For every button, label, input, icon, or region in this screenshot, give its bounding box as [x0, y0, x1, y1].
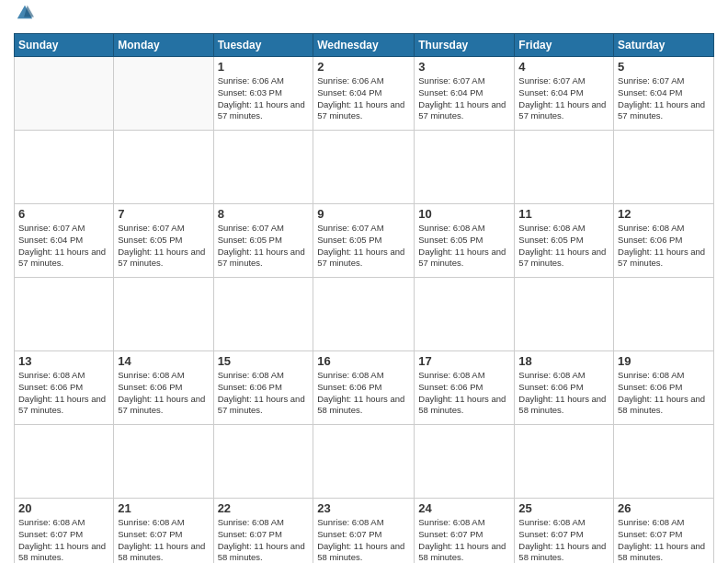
calendar-day-cell: 4Sunrise: 6:07 AMSunset: 6:04 PMDaylight…: [515, 57, 614, 131]
day-number: 25: [518, 501, 609, 515]
calendar-week-row: 1Sunrise: 6:06 AMSunset: 6:03 PMDaylight…: [15, 57, 714, 131]
day-number: 19: [618, 354, 710, 368]
day-number: 20: [18, 501, 109, 515]
logo-icon: [16, 4, 34, 22]
day-number: 14: [118, 354, 209, 368]
day-number: 7: [118, 207, 209, 221]
day-number: 4: [518, 60, 609, 74]
day-number: 6: [18, 207, 109, 221]
calendar-week-row: 13Sunrise: 6:08 AMSunset: 6:06 PMDayligh…: [15, 351, 714, 425]
day-info: Sunrise: 6:08 AMSunset: 6:06 PMDaylight:…: [418, 370, 510, 417]
calendar-day-cell: 23Sunrise: 6:08 AMSunset: 6:07 PMDayligh…: [313, 499, 415, 564]
day-number: 18: [518, 354, 609, 368]
day-info: Sunrise: 6:06 AMSunset: 6:04 PMDaylight:…: [317, 75, 410, 122]
day-info: Sunrise: 6:08 AMSunset: 6:07 PMDaylight:…: [518, 517, 609, 563]
day-number: 11: [518, 207, 609, 221]
day-info: Sunrise: 6:08 AMSunset: 6:06 PMDaylight:…: [18, 370, 109, 417]
header: [14, 9, 714, 26]
calendar-day-cell: 15Sunrise: 6:08 AMSunset: 6:06 PMDayligh…: [213, 351, 313, 425]
week-separator: [15, 425, 714, 499]
day-info: Sunrise: 6:07 AMSunset: 6:05 PMDaylight:…: [317, 223, 410, 270]
day-number: 12: [618, 207, 710, 221]
day-number: 8: [218, 207, 310, 221]
calendar-day-cell: 24Sunrise: 6:08 AMSunset: 6:07 PMDayligh…: [415, 499, 515, 564]
day-info: Sunrise: 6:07 AMSunset: 6:04 PMDaylight:…: [18, 223, 109, 270]
day-number: 24: [418, 501, 510, 515]
calendar-day-cell: 16Sunrise: 6:08 AMSunset: 6:06 PMDayligh…: [313, 351, 415, 425]
day-number: 3: [418, 60, 510, 74]
day-number: 16: [317, 354, 410, 368]
calendar-day-cell: 26Sunrise: 6:08 AMSunset: 6:07 PMDayligh…: [614, 499, 714, 564]
day-number: 22: [218, 501, 310, 515]
calendar-day-cell: 6Sunrise: 6:07 AMSunset: 6:04 PMDaylight…: [15, 204, 114, 278]
week-separator: [15, 131, 714, 204]
day-info: Sunrise: 6:08 AMSunset: 6:06 PMDaylight:…: [317, 370, 410, 417]
weekday-header: Thursday: [415, 34, 515, 57]
calendar-day-cell: 25Sunrise: 6:08 AMSunset: 6:07 PMDayligh…: [515, 499, 614, 564]
weekday-header: Monday: [114, 34, 213, 57]
calendar: SundayMondayTuesdayWednesdayThursdayFrid…: [14, 33, 714, 563]
calendar-day-cell: 10Sunrise: 6:08 AMSunset: 6:05 PMDayligh…: [415, 204, 515, 278]
calendar-day-cell: 19Sunrise: 6:08 AMSunset: 6:06 PMDayligh…: [614, 351, 714, 425]
day-info: Sunrise: 6:06 AMSunset: 6:03 PMDaylight:…: [218, 75, 310, 122]
calendar-day-cell: 17Sunrise: 6:08 AMSunset: 6:06 PMDayligh…: [415, 351, 515, 425]
week-separator: [15, 278, 714, 351]
day-number: 5: [618, 60, 710, 74]
day-info: Sunrise: 6:08 AMSunset: 6:07 PMDaylight:…: [618, 517, 710, 563]
calendar-day-cell: 3Sunrise: 6:07 AMSunset: 6:04 PMDaylight…: [415, 57, 515, 131]
calendar-day-cell: 5Sunrise: 6:07 AMSunset: 6:04 PMDaylight…: [614, 57, 714, 131]
calendar-body: 1Sunrise: 6:06 AMSunset: 6:03 PMDaylight…: [15, 57, 714, 564]
day-number: 15: [218, 354, 310, 368]
day-number: 2: [317, 60, 410, 74]
day-info: Sunrise: 6:08 AMSunset: 6:06 PMDaylight:…: [618, 223, 710, 270]
calendar-week-row: 20Sunrise: 6:08 AMSunset: 6:07 PMDayligh…: [15, 499, 714, 564]
calendar-day-cell: 22Sunrise: 6:08 AMSunset: 6:07 PMDayligh…: [213, 499, 313, 564]
page: SundayMondayTuesdayWednesdayThursdayFrid…: [0, 0, 728, 563]
day-number: 23: [317, 501, 410, 515]
day-info: Sunrise: 6:08 AMSunset: 6:07 PMDaylight:…: [418, 517, 510, 563]
logo: [14, 9, 34, 26]
day-info: Sunrise: 6:07 AMSunset: 6:04 PMDaylight:…: [518, 75, 609, 122]
calendar-day-cell: 11Sunrise: 6:08 AMSunset: 6:05 PMDayligh…: [515, 204, 614, 278]
day-number: 21: [118, 501, 209, 515]
weekday-header: Friday: [515, 34, 614, 57]
calendar-day-cell: 7Sunrise: 6:07 AMSunset: 6:05 PMDaylight…: [114, 204, 213, 278]
calendar-day-cell: 18Sunrise: 6:08 AMSunset: 6:06 PMDayligh…: [515, 351, 614, 425]
day-number: 26: [618, 501, 710, 515]
calendar-day-cell: 20Sunrise: 6:08 AMSunset: 6:07 PMDayligh…: [15, 499, 114, 564]
calendar-day-cell: 12Sunrise: 6:08 AMSunset: 6:06 PMDayligh…: [614, 204, 714, 278]
day-number: 1: [218, 60, 310, 74]
day-info: Sunrise: 6:08 AMSunset: 6:07 PMDaylight:…: [118, 517, 209, 563]
day-info: Sunrise: 6:07 AMSunset: 6:05 PMDaylight:…: [118, 223, 209, 270]
calendar-day-cell: 21Sunrise: 6:08 AMSunset: 6:07 PMDayligh…: [114, 499, 213, 564]
day-info: Sunrise: 6:08 AMSunset: 6:06 PMDaylight:…: [518, 370, 609, 417]
calendar-day-cell: [114, 57, 213, 131]
weekday-header: Sunday: [15, 34, 114, 57]
day-info: Sunrise: 6:08 AMSunset: 6:07 PMDaylight:…: [18, 517, 109, 563]
day-number: 13: [18, 354, 109, 368]
day-info: Sunrise: 6:07 AMSunset: 6:04 PMDaylight:…: [618, 75, 710, 122]
day-info: Sunrise: 6:08 AMSunset: 6:06 PMDaylight:…: [618, 370, 710, 417]
day-info: Sunrise: 6:07 AMSunset: 6:04 PMDaylight:…: [418, 75, 510, 122]
calendar-day-cell: 1Sunrise: 6:06 AMSunset: 6:03 PMDaylight…: [213, 57, 313, 131]
calendar-header-row: SundayMondayTuesdayWednesdayThursdayFrid…: [15, 34, 714, 57]
calendar-day-cell: 14Sunrise: 6:08 AMSunset: 6:06 PMDayligh…: [114, 351, 213, 425]
weekday-header: Saturday: [614, 34, 714, 57]
day-info: Sunrise: 6:08 AMSunset: 6:05 PMDaylight:…: [518, 223, 609, 270]
calendar-day-cell: 13Sunrise: 6:08 AMSunset: 6:06 PMDayligh…: [15, 351, 114, 425]
calendar-week-row: 6Sunrise: 6:07 AMSunset: 6:04 PMDaylight…: [15, 204, 714, 278]
day-info: Sunrise: 6:08 AMSunset: 6:07 PMDaylight:…: [218, 517, 310, 563]
day-number: 10: [418, 207, 510, 221]
day-number: 9: [317, 207, 410, 221]
day-number: 17: [418, 354, 510, 368]
weekday-header: Tuesday: [213, 34, 313, 57]
calendar-day-cell: [15, 57, 114, 131]
day-info: Sunrise: 6:08 AMSunset: 6:06 PMDaylight:…: [118, 370, 209, 417]
day-info: Sunrise: 6:08 AMSunset: 6:05 PMDaylight:…: [418, 223, 510, 270]
day-info: Sunrise: 6:07 AMSunset: 6:05 PMDaylight:…: [218, 223, 310, 270]
weekday-header: Wednesday: [313, 34, 415, 57]
calendar-day-cell: 8Sunrise: 6:07 AMSunset: 6:05 PMDaylight…: [213, 204, 313, 278]
calendar-day-cell: 2Sunrise: 6:06 AMSunset: 6:04 PMDaylight…: [313, 57, 415, 131]
day-info: Sunrise: 6:08 AMSunset: 6:07 PMDaylight:…: [317, 517, 410, 563]
day-info: Sunrise: 6:08 AMSunset: 6:06 PMDaylight:…: [218, 370, 310, 417]
